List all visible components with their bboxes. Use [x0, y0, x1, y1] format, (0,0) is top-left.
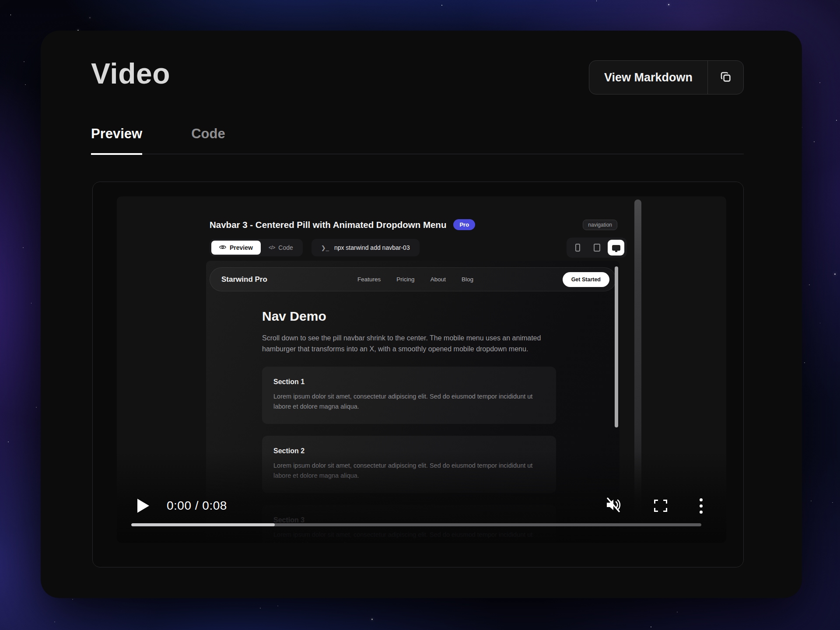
- star: [25, 84, 26, 85]
- install-command-pill[interactable]: ❯_ npx starwind add navbar-03: [312, 239, 420, 256]
- star: [596, 0, 597, 1]
- star: [10, 14, 11, 15]
- demo-pill-navbar: Starwind Pro Features Pricing About Blog…: [210, 267, 616, 291]
- star: [804, 362, 805, 363]
- star: [832, 502, 833, 503]
- preview-scrollbar-thumb[interactable]: [615, 266, 618, 427]
- component-toolbar: Preview </> Code ❯_ npx starwind add nav…: [210, 238, 644, 258]
- time-display: 0:00 / 0:08: [167, 499, 227, 513]
- view-markdown-button[interactable]: View Markdown: [589, 61, 707, 94]
- page-title: Video: [91, 57, 170, 90]
- star: [36, 407, 37, 408]
- device-size-toggle: [567, 238, 627, 258]
- eye-icon: [219, 244, 226, 251]
- demo-description: Scroll down to see the pill navbar shrin…: [262, 332, 556, 355]
- star: [677, 612, 678, 612]
- demo-heading: Nav Demo: [262, 309, 556, 324]
- preview-toggle-button[interactable]: Preview: [211, 241, 261, 255]
- star: [371, 619, 373, 620]
- mobile-view-button[interactable]: [569, 240, 586, 256]
- star: [260, 608, 261, 609]
- preview-code-segmented-control: Preview </> Code: [210, 239, 303, 256]
- section-title: Section 1: [273, 378, 545, 386]
- monitor-icon: [612, 245, 620, 251]
- star: [441, 5, 442, 6]
- desktop-view-button[interactable]: [608, 240, 624, 256]
- nav-link-pricing[interactable]: Pricing: [396, 276, 414, 283]
- component-title: Navbar 3 - Centered Pill with Animated D…: [210, 220, 446, 230]
- code-toggle-button[interactable]: </> Code: [261, 241, 301, 255]
- main-card: Video View Markdown Preview Code: [41, 31, 802, 598]
- category-tag: navigation: [583, 220, 617, 230]
- get-started-button[interactable]: Get Started: [563, 272, 609, 287]
- star: [89, 17, 91, 18]
- star: [651, 626, 651, 627]
- view-markdown-button-group: View Markdown: [589, 60, 744, 94]
- star: [72, 599, 73, 600]
- smartphone-icon: [575, 244, 580, 252]
- card-header: Video View Markdown: [41, 31, 802, 94]
- section-body: Lorem ipsum dolor sit amet, consectetur …: [273, 392, 545, 412]
- star: [54, 622, 55, 623]
- preview-panel: Navbar 3 - Centered Pill with Animated D…: [92, 182, 744, 567]
- nav-link-about[interactable]: About: [430, 276, 446, 283]
- muted-speaker-icon: [605, 497, 622, 514]
- star: [277, 606, 278, 606]
- tab-code[interactable]: Code: [191, 126, 225, 154]
- terminal-prompt-icon: ❯_: [321, 245, 329, 251]
- pro-badge: Pro: [453, 219, 475, 230]
- video-progress-bar[interactable]: [131, 523, 701, 526]
- code-icon: </>: [269, 245, 275, 251]
- video-player[interactable]: Navbar 3 - Centered Pill with Animated D…: [117, 196, 726, 543]
- tab-preview[interactable]: Preview: [91, 126, 142, 155]
- install-command-text: npx starwind add navbar-03: [334, 244, 410, 251]
- star: [8, 441, 9, 442]
- mute-button[interactable]: [605, 497, 622, 514]
- nav-link-blog[interactable]: Blog: [462, 276, 473, 283]
- copy-markdown-button[interactable]: [707, 61, 743, 94]
- star: [811, 500, 812, 501]
- progress-played-segment: [131, 523, 275, 526]
- tablet-icon: [594, 244, 600, 252]
- nav-link-features[interactable]: Features: [357, 276, 381, 283]
- tab-bar: Preview Code: [91, 126, 744, 154]
- star: [809, 284, 810, 285]
- more-options-button[interactable]: [700, 498, 703, 514]
- star: [31, 303, 32, 304]
- demo-brand: Starwind Pro: [221, 275, 357, 284]
- fullscreen-button[interactable]: [654, 500, 667, 512]
- star: [814, 141, 815, 142]
- star: [834, 273, 836, 275]
- star: [24, 61, 24, 62]
- section-card-1: Section 1 Lorem ipsum dolor sit amet, co…: [262, 367, 556, 424]
- demo-nav-links: Features Pricing About Blog: [357, 276, 473, 283]
- star: [668, 4, 669, 5]
- star: [819, 82, 820, 83]
- component-header: Navbar 3 - Centered Pill with Animated D…: [200, 196, 644, 230]
- tablet-view-button[interactable]: [588, 240, 605, 256]
- star: [820, 323, 821, 324]
- video-controls: 0:00 / 0:08: [117, 496, 726, 516]
- star: [23, 247, 24, 248]
- play-button[interactable]: [137, 499, 149, 513]
- copy-icon: [719, 70, 732, 85]
- star: [836, 120, 837, 121]
